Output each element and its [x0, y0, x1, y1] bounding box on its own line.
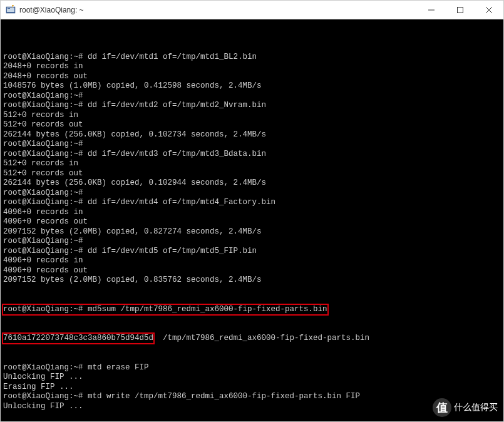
terminal-line: root@XiaoQiang:~# mtd erase FIP: [3, 363, 501, 373]
terminal-line: 4096+0 records out: [3, 217, 501, 227]
terminal-line: [3, 43, 501, 53]
terminal-line: root@XiaoQiang:~# dd if=/dev/mtd2 of=/tm…: [3, 101, 501, 111]
terminal-line: 512+0 records in: [3, 111, 501, 121]
watermark-icon: 值: [433, 398, 451, 417]
terminal-line: 512+0 records out: [3, 120, 501, 130]
md5-hash-highlight: 7610a1722073748c3c3a860b75d94d5d: [2, 332, 155, 344]
terminal-line: 262144 bytes (256.0KB) copied, 0.102944 …: [3, 178, 501, 188]
terminal-line: Erasing FIP ...: [3, 383, 501, 393]
close-button[interactable]: [475, 1, 503, 19]
terminal-line: 4096+0 records in: [3, 208, 501, 218]
terminal-line: 2097152 bytes (2.0MB) copied, 0.835762 s…: [3, 275, 501, 286]
terminal-output-block1: root@XiaoQiang:~# dd if=/dev/mtd1 of=/tm…: [3, 43, 501, 286]
terminal-line: 2048+0 records out: [3, 72, 501, 82]
svg-rect-4: [12, 5, 14, 6]
terminal-line: root@XiaoQiang:~# dd if=/dev/mtd4 of=/tm…: [3, 198, 501, 208]
terminal-line: root@XiaoQiang:~# dd if=/dev/mtd5 of=/tm…: [3, 247, 501, 257]
maximize-button[interactable]: [446, 1, 475, 19]
terminal-line: root@XiaoQiang:~# dd if=/dev/mtd1 of=/tm…: [3, 53, 501, 63]
putty-icon: [6, 5, 16, 15]
terminal-line: root@XiaoQiang:~# md5sum /tmp/mt7986_red…: [3, 305, 501, 315]
terminal-output-block2: root@XiaoQiang:~# mtd erase FIPUnlocking…: [3, 363, 501, 422]
terminal-line: 4096+0 records in: [3, 256, 501, 266]
terminal-line: [3, 411, 501, 421]
terminal-line: Unlocking FIP ...: [3, 373, 501, 383]
svg-rect-6: [458, 7, 463, 13]
watermark: 值 什么值得买: [433, 398, 498, 417]
terminal-line: 7610a1722073748c3c3a860b75d94d5d /tmp/mt…: [3, 334, 501, 344]
terminal-line: root@XiaoQiang:~# mtd write /tmp/mt7986_…: [3, 392, 501, 402]
window-controls: [417, 1, 503, 19]
md5sum-cmd-highlight: root@XiaoQiang:~# md5sum /tmp/mt7986_red…: [2, 304, 329, 316]
terminal-body[interactable]: root@XiaoQiang:~# dd if=/dev/mtd1 of=/tm…: [1, 19, 503, 421]
svg-rect-2: [8, 8, 10, 9]
terminal-line: root@XiaoQiang:~#: [3, 91, 501, 101]
titlebar[interactable]: root@XiaoQiang: ~: [1, 1, 503, 19]
window-title: root@XiaoQiang: ~: [19, 6, 417, 14]
terminal-line: root@XiaoQiang:~#: [3, 188, 501, 198]
terminal-line: root@XiaoQiang:~#: [3, 140, 501, 150]
terminal-line: root@XiaoQiang:~#: [3, 237, 501, 247]
terminal-line: 2048+0 records in: [3, 62, 501, 72]
terminal-line: 512+0 records out: [3, 169, 501, 179]
watermark-text: 什么值得买: [454, 402, 498, 413]
terminal-line: Unlocking FIP ...: [3, 402, 501, 412]
terminal-line: 4096+0 records out: [3, 266, 501, 276]
minimize-button[interactable]: [417, 1, 446, 19]
md5-filename: /tmp/mt7986_redmi_ax6000-fip-fixed-parts…: [153, 334, 369, 342]
terminal-line: 2097152 bytes (2.0MB) copied, 0.827274 s…: [3, 227, 501, 237]
terminal-window: root@XiaoQiang: ~ root@XiaoQiang:~# dd i…: [0, 0, 504, 422]
svg-rect-3: [13, 6, 13, 8]
terminal-line: Writing from /tmp/mt7986_redmi_ax6000-fi…: [3, 421, 501, 422]
terminal-line: 1048576 bytes (1.0MB) copied, 0.412598 s…: [3, 81, 501, 91]
terminal-line: root@XiaoQiang:~# dd if=/dev/mtd3 of=/tm…: [3, 150, 501, 160]
terminal-line: 512+0 records in: [3, 159, 501, 169]
terminal-line: 262144 bytes (256.0KB) copied, 0.102734 …: [3, 130, 501, 140]
